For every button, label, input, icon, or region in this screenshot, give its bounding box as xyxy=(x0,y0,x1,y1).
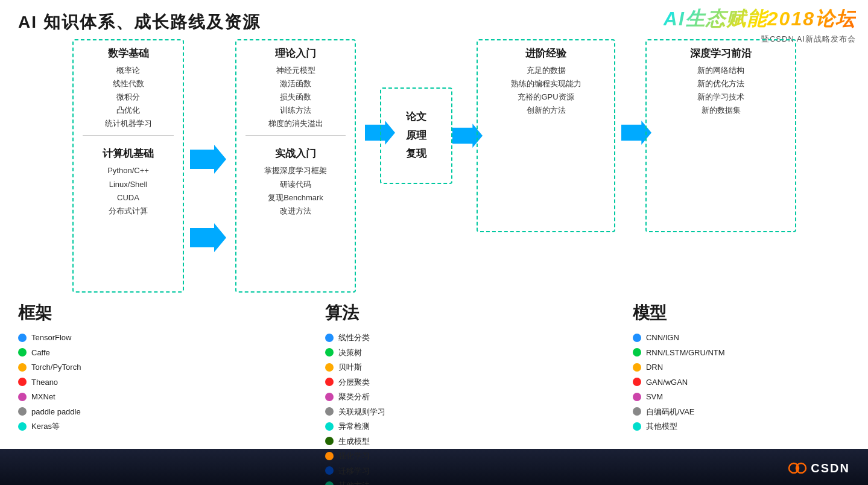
model-label: GAN/wGAN xyxy=(646,376,688,388)
box-paper: 论文 原理 复现 xyxy=(380,87,452,184)
box-advanced: 进阶经验 充足的数据 熟练的编程实现能力 充裕的GPU资源 创新的方法 xyxy=(477,39,615,232)
model-item: GAN/wGAN xyxy=(633,376,851,388)
box-math-computer: 数学基础 概率论 线性代数 微积分 凸优化 统计机器学习 计算机基础 Pytho… xyxy=(72,39,184,293)
item-benchmark: 复现Benchmark xyxy=(236,191,355,204)
algorithm-dot xyxy=(325,452,334,460)
algorithm-label: 异常检测 xyxy=(338,420,370,433)
item-python: Python/C++ xyxy=(74,164,183,177)
algorithm-dot xyxy=(325,393,334,401)
algorithms-title: 算法 xyxy=(325,302,543,325)
model-dot xyxy=(633,407,641,416)
algorithm-item: 关联规则学习 xyxy=(325,406,543,418)
algorithm-label: 生成模型 xyxy=(338,436,370,448)
item-data: 充足的数据 xyxy=(478,64,614,77)
algorithm-item: 生成模型 xyxy=(325,436,543,448)
models-title: 模型 xyxy=(633,302,851,325)
framework-label: TensorFlow xyxy=(31,332,71,344)
model-dot xyxy=(633,393,641,401)
model-item: SVM xyxy=(633,391,851,403)
framework-label: Torch/PyTorch xyxy=(31,361,81,373)
algorithm-label: 强化学习 xyxy=(338,450,370,462)
algorithms-col: 算法 线性分类决策树贝叶斯分层聚类聚类分析关联规则学习异常检测生成模型强化学习迁… xyxy=(313,296,555,485)
item-activation: 激活函数 xyxy=(236,77,355,90)
item-gradient: 梯度的消失溢出 xyxy=(236,117,355,130)
box4-title: 进阶经验 xyxy=(478,40,614,64)
algorithm-label: 线性分类 xyxy=(338,332,370,344)
item-dl-framework: 掌握深度学习框架 xyxy=(236,164,355,177)
frameworks-col: 框架 TensorFlowCaffeTorch/PyTorchTheanoMXN… xyxy=(6,296,248,485)
algorithm-dot xyxy=(325,348,334,357)
box3-line3: 复现 xyxy=(406,145,426,163)
box1-items1: 概率论 线性代数 微积分 凸优化 统计机器学习 xyxy=(74,64,183,130)
bottom-section: 框架 TensorFlowCaffeTorch/PyTorchTheanoMXN… xyxy=(6,296,863,485)
framework-dot xyxy=(18,334,27,342)
arrow-2 xyxy=(190,223,226,257)
box5-items: 新的网络结构 新的优化方法 新的学习技术 新的数据集 xyxy=(647,64,795,117)
frameworks-title: 框架 xyxy=(18,302,236,325)
algorithm-item: 决策树 xyxy=(325,347,543,359)
box1-title1: 数学基础 xyxy=(74,40,183,64)
csdn-logo: CSDN xyxy=(788,458,850,478)
box3-content: 论文 原理 复现 xyxy=(381,89,451,183)
algorithm-dot xyxy=(325,407,334,416)
page-title: AI 知识体系、成长路线及资源 xyxy=(18,11,261,34)
model-label: RNN/LSTM/GRU/NTM xyxy=(646,347,725,359)
algorithm-dot xyxy=(325,422,334,431)
model-label: 其他模型 xyxy=(646,420,677,433)
model-dot xyxy=(633,363,641,372)
algorithm-item: 聚类分析 xyxy=(325,391,543,403)
framework-label: Caffe xyxy=(31,347,50,359)
arrow-1 xyxy=(190,145,226,179)
framework-label: Keras等 xyxy=(31,420,60,433)
model-dot xyxy=(633,422,641,431)
framework-item: Torch/PyTorch xyxy=(18,361,236,373)
framework-dot xyxy=(18,407,27,416)
algorithm-item: 异常检测 xyxy=(325,420,543,433)
algorithm-dot xyxy=(325,378,334,386)
item-innovation: 创新的方法 xyxy=(478,104,614,117)
svg-point-7 xyxy=(796,466,799,470)
item-linear-algebra: 线性代数 xyxy=(74,77,183,90)
box5-title: 深度学习前沿 xyxy=(647,40,795,64)
item-training: 训练方法 xyxy=(236,104,355,117)
algorithm-item: 其他方法 xyxy=(325,480,543,485)
item-learning-tech: 新的学习技术 xyxy=(647,90,795,104)
model-dot xyxy=(633,378,641,386)
item-distributed: 分布式计算 xyxy=(74,204,183,218)
algorithm-label: 关联规则学习 xyxy=(338,406,385,418)
box3-line2: 原理 xyxy=(406,127,426,145)
item-calculus: 微积分 xyxy=(74,90,183,104)
box2-title2: 实战入门 xyxy=(236,141,355,164)
algorithm-item: 强化学习 xyxy=(325,450,543,462)
item-neuron: 神经元模型 xyxy=(236,64,355,77)
models-col: 模型 CNN/IGNRNN/LSTM/GRU/NTMDRNGAN/wGANSVM… xyxy=(621,296,863,485)
box-frontier: 深度学习前沿 新的网络结构 新的优化方法 新的学习技术 新的数据集 xyxy=(645,39,796,232)
box3-line1: 论文 xyxy=(406,108,426,127)
model-label: 自编码机/VAE xyxy=(646,406,695,418)
item-read-code: 研读代码 xyxy=(236,178,355,191)
model-label: CNN/IGN xyxy=(646,332,679,344)
box1-divider xyxy=(83,135,174,136)
frameworks-list: TensorFlowCaffeTorch/PyTorchTheanoMXNetp… xyxy=(18,332,236,433)
model-item: 自编码机/VAE xyxy=(633,406,851,418)
model-label: DRN xyxy=(646,361,663,373)
item-probability: 概率论 xyxy=(74,64,183,77)
model-label: SVM xyxy=(646,391,663,403)
item-convex: 凸优化 xyxy=(74,104,183,117)
main-diagram: 数学基础 概率论 线性代数 微积分 凸优化 统计机器学习 计算机基础 Pytho… xyxy=(6,39,863,335)
algorithm-label: 聚类分析 xyxy=(338,391,370,403)
algorithm-label: 其他方法 xyxy=(338,480,370,485)
algorithm-dot xyxy=(325,466,334,475)
box-theory-practice: 理论入门 神经元模型 激活函数 损失函数 训练方法 梯度的消失溢出 实战入门 掌… xyxy=(235,39,356,293)
framework-item: Theano xyxy=(18,376,236,388)
algorithm-item: 线性分类 xyxy=(325,332,543,344)
csdn-text: CSDN xyxy=(811,461,850,475)
algorithm-item: 分层聚类 xyxy=(325,376,543,388)
framework-dot xyxy=(18,422,27,431)
item-cuda: CUDA xyxy=(74,191,183,204)
framework-dot xyxy=(18,378,27,386)
box2-divider xyxy=(246,135,346,136)
algorithm-label: 迁移学习 xyxy=(338,465,370,477)
algorithm-dot xyxy=(325,481,334,485)
algorithm-label: 贝叶斯 xyxy=(338,361,362,373)
